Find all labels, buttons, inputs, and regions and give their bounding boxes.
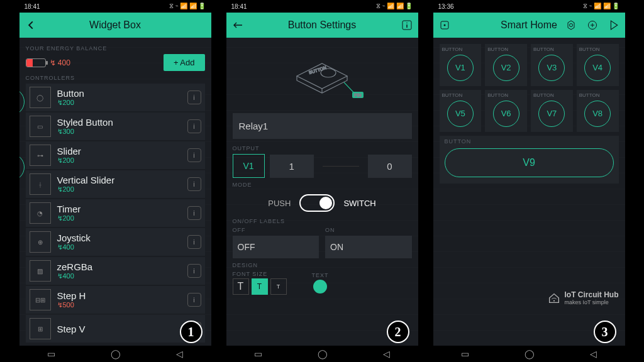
back-icon[interactable] xyxy=(25,21,37,30)
info-icon[interactable]: i xyxy=(187,264,201,278)
output-row: V1 1 0 xyxy=(233,154,412,178)
virtual-button[interactable]: V3 xyxy=(533,52,570,84)
widget-item[interactable]: ▭Styled Button↯300i xyxy=(26,112,205,140)
virtual-button[interactable]: V1 xyxy=(442,52,479,84)
widget-name: Vertical Slider xyxy=(57,175,181,185)
nav-recents-icon[interactable]: ▭ xyxy=(461,349,469,359)
widget-cost: ↯300 xyxy=(57,128,181,136)
widget-name: Step H xyxy=(57,290,181,301)
step-badge: 2 xyxy=(387,321,409,343)
widget-item[interactable]: ⊞Step Vi xyxy=(26,315,205,343)
back-arrow-icon[interactable] xyxy=(231,21,244,30)
project-icon[interactable] xyxy=(438,20,451,30)
virtual-button[interactable]: V5 xyxy=(442,98,479,129)
battery-icon xyxy=(26,58,46,67)
virtual-button[interactable]: V6 xyxy=(487,98,525,129)
widget-item[interactable]: ▨zeRGBa↯400i xyxy=(26,257,205,285)
mode-row: PUSH SWITCH xyxy=(233,194,412,212)
widget-cost: ↯200 xyxy=(57,156,181,165)
status-bar: 13:36 ⧖ ⌁ 📶 📶 🔋 xyxy=(433,0,625,13)
widget-name: Timer xyxy=(57,204,181,214)
widget-item[interactable]: ◯Button↯200i xyxy=(26,84,205,111)
nav-home-icon[interactable]: ◯ xyxy=(525,349,535,359)
font-size-label: FONT SIZE xyxy=(233,271,287,277)
nav-back-icon[interactable]: ◁ xyxy=(383,349,390,359)
virtual-button[interactable]: V4 xyxy=(579,52,616,84)
mode-toggle[interactable] xyxy=(299,194,335,212)
info-icon[interactable]: i xyxy=(187,119,201,133)
widget-item[interactable]: ⊟⊞Step H↯500i xyxy=(26,286,205,314)
android-nav: ▭ ◯ ◁ xyxy=(433,346,625,362)
widget-item[interactable]: ⊕Joystick↯400i xyxy=(26,228,205,256)
text-color-label: TEXT xyxy=(312,272,329,278)
header: Widget Box xyxy=(19,13,211,38)
widget-item[interactable]: ◔Timer↯200i xyxy=(26,199,205,227)
tile-label: BUTTON xyxy=(487,47,525,52)
widget-item[interactable]: ⟊Vertical Slider↯200i xyxy=(26,170,205,198)
widget-icon: ▨ xyxy=(30,260,51,282)
mode-push-label: PUSH xyxy=(268,199,291,208)
nav-back-icon[interactable]: ◁ xyxy=(176,349,183,359)
widget-name: Button xyxy=(57,88,181,99)
widget-labels: Slider↯200 xyxy=(57,146,181,165)
info-icon[interactable]: i xyxy=(187,235,201,249)
energy-label: YOUR ENERGY BALANCE xyxy=(26,45,205,52)
nav-back-icon[interactable]: ◁ xyxy=(590,349,597,359)
widget-icon: ⊕ xyxy=(30,231,51,253)
widget-cost: ↯500 xyxy=(57,301,181,309)
nav-recents-icon[interactable]: ▭ xyxy=(47,349,55,359)
pin-selector[interactable]: V1 xyxy=(233,154,265,178)
font-large-option[interactable]: T xyxy=(233,278,249,295)
add-button[interactable]: + Add xyxy=(164,54,205,71)
svg-text:PIN: PIN xyxy=(354,93,362,97)
svg-text:BUTTON: BUTTON xyxy=(308,65,326,75)
widget-icon: ⊞ xyxy=(30,318,51,339)
tile-label: BUTTON xyxy=(533,92,570,98)
virtual-button-wide[interactable]: V9 xyxy=(445,148,614,177)
widget-labels: Step V xyxy=(57,324,181,334)
button-tile: BUTTONV2 xyxy=(485,44,527,86)
info-icon[interactable] xyxy=(401,20,413,30)
status-bar: 18:41 ⧖ ⌁ 📶 📶 🔋 xyxy=(19,0,211,13)
value-on-input[interactable]: 1 xyxy=(270,155,314,178)
energy-value: ↯ 400 xyxy=(50,58,70,67)
status-icons: ⧖ ⌁ 📶 📶 🔋 xyxy=(169,3,206,10)
widget-labels: Button↯200 xyxy=(57,88,181,107)
text-color-swatch[interactable] xyxy=(313,280,327,293)
widget-cost: ↯200 xyxy=(57,185,181,194)
virtual-button[interactable]: V2 xyxy=(487,52,525,84)
labels-row: OFF ON xyxy=(233,227,412,258)
font-medium-option[interactable]: T xyxy=(252,278,268,295)
info-icon[interactable]: i xyxy=(187,177,201,191)
info-icon[interactable]: i xyxy=(187,90,201,104)
screen-smart-home: 13:36 ⧖ ⌁ 📶 📶 🔋 Smart Home BUTTONV1BUTTO… xyxy=(433,0,625,362)
font-small-option[interactable]: T xyxy=(270,278,287,295)
widget-name: zeRGBa xyxy=(57,261,181,272)
output-label: OUTPUT xyxy=(233,145,412,151)
info-icon[interactable]: i xyxy=(187,206,201,220)
peek-button[interactable]: V8 xyxy=(19,153,25,181)
svg-point-14 xyxy=(553,300,554,301)
settings-icon[interactable] xyxy=(565,20,577,30)
on-label-input[interactable] xyxy=(325,236,412,258)
nav-home-icon[interactable]: ◯ xyxy=(111,349,121,359)
widget-name-input[interactable] xyxy=(233,113,412,139)
info-icon[interactable]: i xyxy=(187,148,201,162)
widget-name: Joystick xyxy=(57,233,181,243)
add-icon[interactable] xyxy=(586,20,599,30)
off-label-input[interactable] xyxy=(233,236,319,258)
brand-subtitle: makes IoT simple xyxy=(565,299,619,305)
virtual-button[interactable]: V7 xyxy=(533,98,570,129)
play-icon[interactable] xyxy=(608,20,620,30)
value-off-input[interactable]: 0 xyxy=(368,155,412,178)
info-icon[interactable]: i xyxy=(187,293,201,307)
nav-recents-icon[interactable]: ▭ xyxy=(254,349,262,359)
nav-home-icon[interactable]: ◯ xyxy=(318,349,328,359)
widget-cost: ↯200 xyxy=(57,99,181,107)
status-bar: 18:41 ⧖ ⌁ 📶 📶 🔋 xyxy=(226,0,418,13)
widget-item[interactable]: ⊶Slider↯200i xyxy=(26,141,205,169)
virtual-button[interactable]: V8 xyxy=(579,98,616,129)
peek-button[interactable]: V4 xyxy=(19,88,25,116)
button-tile: BUTTONV4 xyxy=(577,44,619,86)
button-tile: BUTTONV5 xyxy=(440,90,482,132)
